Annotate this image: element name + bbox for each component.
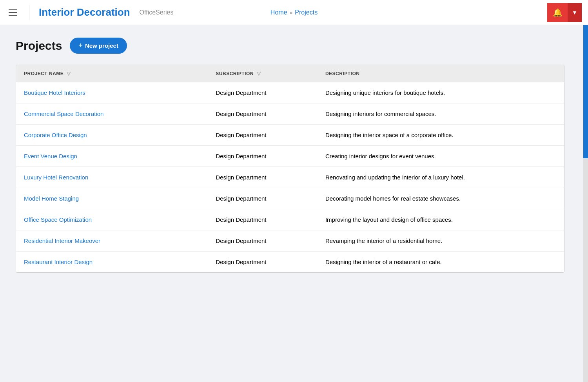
- table-header-row: PROJECT NAME ▽ SUBSCRIPTION ▽ DESCRIPTIO…: [16, 65, 564, 82]
- project-subscription: Design Department: [208, 188, 318, 209]
- subscription-filter-icon[interactable]: ▽: [257, 71, 261, 76]
- app-subtitle: OfficeSeries: [140, 9, 174, 16]
- column-name-label: PROJECT NAME: [24, 71, 64, 76]
- project-description: Designing the interior space of a corpor…: [318, 125, 564, 146]
- hamburger-menu-button[interactable]: [6, 7, 20, 18]
- notification-bell-button[interactable]: 🔔: [547, 3, 568, 22]
- table-row: Commercial Space DecorationDesign Depart…: [16, 103, 564, 125]
- table-row: Event Venue DesignDesign DepartmentCreat…: [16, 146, 564, 167]
- project-description: Creating interior designs for event venu…: [318, 146, 564, 167]
- table-header: PROJECT NAME ▽ SUBSCRIPTION ▽ DESCRIPTIO…: [16, 65, 564, 82]
- table-body: Boutique Hotel InteriorsDesign Departmen…: [16, 82, 564, 273]
- project-description: Designing unique interiors for boutique …: [318, 82, 564, 103]
- project-name-link[interactable]: Boutique Hotel Interiors: [24, 89, 85, 96]
- scrollbar-thumb[interactable]: [583, 25, 588, 158]
- project-description: Designing interiors for commercial space…: [318, 103, 564, 125]
- project-name-link[interactable]: Event Venue Design: [24, 153, 77, 159]
- new-project-label: New project: [85, 42, 118, 49]
- table-row: Residential Interior MakeoverDesign Depa…: [16, 230, 564, 252]
- scrollbar-track: [583, 25, 588, 382]
- project-subscription: Design Department: [208, 146, 318, 167]
- column-subscription-label: SUBSCRIPTION: [216, 71, 254, 76]
- table-row: Model Home StagingDesign DepartmentDecor…: [16, 188, 564, 209]
- hamburger-line-1: [9, 9, 17, 10]
- breadcrumb-separator: »: [290, 9, 293, 16]
- table-row: Restaurant Interior DesignDesign Departm…: [16, 252, 564, 273]
- new-project-button[interactable]: + New project: [70, 38, 127, 54]
- table-row: Office Space OptimizationDesign Departme…: [16, 209, 564, 230]
- bell-icon: 🔔: [553, 8, 563, 17]
- project-subscription: Design Department: [208, 103, 318, 125]
- table-row: Boutique Hotel InteriorsDesign Departmen…: [16, 82, 564, 103]
- name-filter-icon[interactable]: ▽: [67, 71, 71, 76]
- project-subscription: Design Department: [208, 125, 318, 146]
- project-description: Revamping the interior of a residential …: [318, 230, 564, 252]
- project-description: Decorating model homes for real estate s…: [318, 188, 564, 209]
- project-subscription: Design Department: [208, 167, 318, 188]
- project-name-link[interactable]: Commercial Space Decoration: [24, 110, 103, 117]
- chevron-down-icon: ▼: [572, 9, 577, 16]
- project-name-link[interactable]: Model Home Staging: [24, 195, 79, 202]
- page-title: Projects: [16, 39, 62, 53]
- project-name-link[interactable]: Residential Interior Makeover: [24, 237, 100, 244]
- column-header-subscription: SUBSCRIPTION ▽: [208, 65, 318, 82]
- table-row: Luxury Hotel RenovationDesign Department…: [16, 167, 564, 188]
- app-header: Interior Decoration OfficeSeries Home » …: [0, 0, 588, 25]
- project-subscription: Design Department: [208, 82, 318, 103]
- project-subscription: Design Department: [208, 230, 318, 252]
- hamburger-line-2: [9, 12, 17, 13]
- breadcrumb-nav: Home » Projects: [270, 9, 318, 16]
- projects-table: PROJECT NAME ▽ SUBSCRIPTION ▽ DESCRIPTIO…: [16, 65, 564, 272]
- hamburger-line-3: [9, 15, 17, 16]
- breadcrumb-current[interactable]: Projects: [295, 9, 318, 16]
- project-name-link[interactable]: Restaurant Interior Design: [24, 259, 93, 265]
- project-subscription: Design Department: [208, 209, 318, 230]
- table-row: Corporate Office DesignDesign Department…: [16, 125, 564, 146]
- column-header-name: PROJECT NAME ▽: [16, 65, 208, 82]
- page-header: Projects + New project: [16, 38, 572, 54]
- user-dropdown-button[interactable]: ▼: [568, 3, 582, 22]
- project-name-link[interactable]: Corporate Office Design: [24, 132, 87, 138]
- project-description: Renovating and updating the interior of …: [318, 167, 564, 188]
- breadcrumb-home[interactable]: Home: [270, 9, 287, 16]
- header-divider: [29, 5, 29, 20]
- project-name-link[interactable]: Office Space Optimization: [24, 216, 92, 223]
- projects-table-container: PROJECT NAME ▽ SUBSCRIPTION ▽ DESCRIPTIO…: [16, 65, 564, 273]
- project-name-link[interactable]: Luxury Hotel Renovation: [24, 174, 88, 181]
- project-description: Designing the interior of a restaurant o…: [318, 252, 564, 273]
- project-subscription: Design Department: [208, 252, 318, 273]
- header-left: Interior Decoration OfficeSeries: [6, 5, 173, 20]
- header-actions: 🔔 ▼: [547, 3, 582, 22]
- main-content: Projects + New project PROJECT NAME ▽: [0, 25, 588, 285]
- project-description: Improving the layout and design of offic…: [318, 209, 564, 230]
- plus-icon: +: [78, 42, 83, 50]
- column-header-description: DESCRIPTION: [318, 65, 564, 82]
- app-title: Interior Decoration: [39, 6, 130, 18]
- column-description-label: DESCRIPTION: [325, 71, 360, 76]
